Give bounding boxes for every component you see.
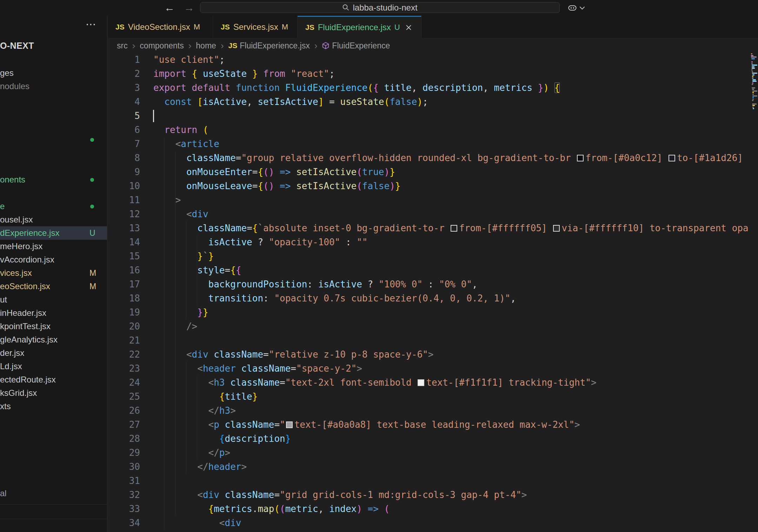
code-token: : xyxy=(307,279,318,290)
code-line-30[interactable]: </header> xyxy=(153,460,247,474)
code-line-8[interactable]: className="group relative overflow-hidde… xyxy=(153,151,743,165)
code-token xyxy=(153,461,197,472)
code-line-22[interactable]: <div className="relative z-10 p-8 space-… xyxy=(153,347,433,361)
code-line-28[interactable]: {description} xyxy=(153,432,291,446)
code-token xyxy=(153,139,175,149)
breadcrumb-item-components[interactable]: components xyxy=(140,41,184,51)
code-line-6[interactable]: return ( xyxy=(153,123,208,137)
code-line-25[interactable]: {title} xyxy=(153,390,258,404)
explorer-item-ectedroute-jsx[interactable]: ectedRoute.jsx xyxy=(0,373,107,386)
explorer-more-actions-button[interactable]: ⋯ xyxy=(86,18,98,30)
breadcrumb-item-src[interactable]: src xyxy=(117,41,128,51)
code-token: from-[#0a0c12] xyxy=(585,153,668,163)
code-token: > xyxy=(175,195,181,205)
code-token: </ xyxy=(208,447,219,458)
account-menu-button[interactable] xyxy=(567,3,585,13)
code-line-29[interactable]: </p> xyxy=(153,446,230,460)
explorer-item-unnamed[interactable] xyxy=(0,133,107,146)
explorer-item-gleanalytics-jsx[interactable]: gleAnalytics.jsx xyxy=(0,333,107,346)
minimap-line xyxy=(751,56,757,58)
code-line-9[interactable]: onMouseEnter={() => setIsActive(true)} xyxy=(153,165,395,179)
code-line-24[interactable]: <h3 className="text-2xl font-semibold te… xyxy=(153,375,597,390)
file-label: nodules xyxy=(0,81,29,91)
explorer-item-mehero-jsx[interactable]: meHero.jsx xyxy=(0,240,107,253)
tab-videosection-jsx[interactable]: JSVideoSection.jsxM xyxy=(108,16,213,38)
line-number: 18 xyxy=(108,291,140,305)
code-token: { xyxy=(258,167,263,177)
code-token: : xyxy=(263,293,274,304)
minimap-line xyxy=(752,74,754,75)
explorer-section-header[interactable]: O-NEXT xyxy=(0,39,34,52)
explorer-item-inheader-jsx[interactable]: inHeader.jsx xyxy=(0,306,107,320)
explorer-item-ges[interactable]: ges xyxy=(0,66,107,80)
code-line-3[interactable]: export default function FluidExperience(… xyxy=(153,81,560,95)
code-token: isActive xyxy=(318,279,362,290)
explorer-item-e[interactable]: e xyxy=(0,200,107,213)
code-token: description xyxy=(423,82,483,93)
line-number: 13 xyxy=(108,221,140,235)
code-token: < xyxy=(186,349,192,360)
code-token xyxy=(153,363,197,374)
explorer-item-dexperience-jsx[interactable]: dExperience.jsxU xyxy=(0,226,107,240)
code-line-10[interactable]: onMouseLeave={() => setIsActive(false)} xyxy=(153,179,400,193)
code-line-15[interactable]: }`} xyxy=(153,249,214,263)
explorer-item-eosection-jsx[interactable]: eoSection.jsxM xyxy=(0,280,107,293)
explorer-item-der-jsx[interactable]: der.jsx xyxy=(0,346,107,360)
code-line-18[interactable]: transition: "opacity 0.7s cubic-bezier(0… xyxy=(153,291,516,305)
explorer-item-vaccordion-jsx[interactable]: vAccordion.jsx xyxy=(0,253,107,266)
code-line-11[interactable]: > xyxy=(153,193,181,207)
code-line-32[interactable]: <div className="grid grid-cols-1 md:grid… xyxy=(153,488,527,502)
breadcrumb-item-home[interactable]: home xyxy=(196,41,216,51)
explorer-item-vices-jsx[interactable]: vices.jsxM xyxy=(0,266,107,280)
minimap-line xyxy=(752,100,753,101)
code-line-17[interactable]: backgroundPosition: isActive ? "100% 0" … xyxy=(153,277,478,291)
code-line-27[interactable]: <p className="text-[#a0a0a8] text-base l… xyxy=(153,418,580,432)
explorer-item-xts[interactable]: xts xyxy=(0,400,107,413)
code-line-26[interactable]: </h3> xyxy=(153,404,236,418)
forward-arrow-button[interactable]: → xyxy=(184,0,194,16)
code-line-23[interactable]: <header className="space-y-2"> xyxy=(153,361,362,375)
close-icon[interactable] xyxy=(406,25,412,31)
code-token: ; xyxy=(329,68,335,79)
code-token: = xyxy=(274,419,280,430)
code-line-4[interactable]: const [isActive, setIsActive] = useState… xyxy=(153,95,428,109)
command-center-search[interactable]: labba-studio-next xyxy=(200,2,560,13)
code-line-12[interactable]: <div xyxy=(153,207,208,221)
explorer-item-onents[interactable]: onents xyxy=(0,173,107,186)
back-arrow-button[interactable]: ← xyxy=(164,0,175,16)
code-token xyxy=(153,195,175,205)
line-number: 22 xyxy=(108,347,140,361)
breadcrumb-item-fluidexperience-jsx[interactable]: JSFluidExperience.jsx xyxy=(228,41,310,51)
explorer-item-nodules[interactable]: nodules xyxy=(0,80,107,93)
code-token: > xyxy=(357,363,362,374)
code-line-13[interactable]: className={`absolute inset-0 bg-gradient… xyxy=(153,221,749,235)
code-editor[interactable]: 1"use client";2import { useState } from … xyxy=(108,53,758,532)
explorer-item-ut[interactable]: ut xyxy=(0,293,107,306)
code-line-20[interactable]: /> xyxy=(153,319,197,333)
breadcrumb-item-fluidexperience[interactable]: FluidExperience xyxy=(322,41,390,51)
sidebar-footer-label[interactable]: al xyxy=(0,487,7,500)
code-token: className xyxy=(230,377,280,388)
code-token xyxy=(379,504,384,514)
explorer-item-ksgrid-jsx[interactable]: ksGrid.jsx xyxy=(0,386,107,400)
code-token: > xyxy=(428,349,434,360)
code-line-14[interactable]: isActive ? "opacity-100" : "" xyxy=(153,235,368,249)
code-token: { xyxy=(236,265,241,275)
tab-services-jsx[interactable]: JSServices.jsxM xyxy=(213,16,298,38)
code-token: "0% 0" xyxy=(439,279,472,290)
tab-fluidexperience-jsx[interactable]: JSFluidExperience.jsxU xyxy=(298,16,421,38)
code-line-1[interactable]: "use client"; xyxy=(153,53,225,67)
explorer-item-ld-jsx[interactable]: Ld.jsx xyxy=(0,360,107,373)
code-line-2[interactable]: import { useState } from "react"; xyxy=(153,67,335,81)
code-line-35[interactable]: key={index} xyxy=(153,530,291,532)
explorer-item-ousel-jsx[interactable]: ousel.jsx xyxy=(0,213,107,226)
code-line-19[interactable]: }} xyxy=(153,305,208,319)
code-line-33[interactable]: {metrics.map((metric, index) => ( xyxy=(153,502,390,516)
code-line-16[interactable]: style={{ xyxy=(153,263,241,277)
code-token xyxy=(153,251,197,261)
code-token xyxy=(291,167,296,177)
line-number: 6 xyxy=(108,123,140,137)
code-line-34[interactable]: <div xyxy=(153,516,241,530)
code-line-7[interactable]: <article xyxy=(153,137,219,151)
explorer-item-kpointtest-jsx[interactable]: kpointTest.jsx xyxy=(0,320,107,333)
